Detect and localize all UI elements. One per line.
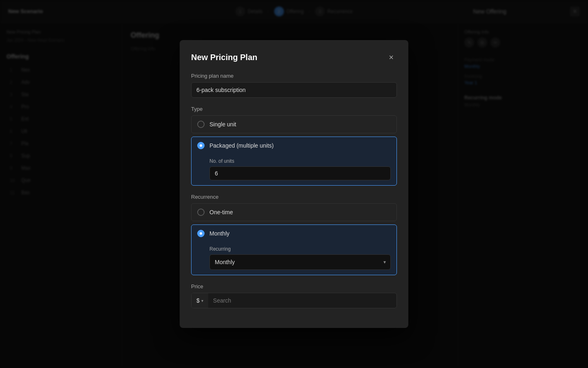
currency-chevron-icon: ▾ [201, 298, 203, 303]
type-packaged-row: Packaged (multiple units) [197, 142, 391, 149]
price-search-input[interactable] [208, 293, 396, 308]
no-of-units-field: No. of units [209, 158, 391, 180]
modal-backdrop: New Pricing Plan × Pricing plan name Typ… [0, 0, 588, 368]
recurring-dropdown-field: Recurring Monthly Quarterly Annually ▾ [209, 246, 391, 270]
type-section: Type Single unit Packaged (multiple unit… [191, 106, 397, 186]
recurrence-one-time-option[interactable]: One-time [191, 203, 397, 221]
recurrence-monthly-option[interactable]: Monthly Recurring Monthly Quarterly Annu… [191, 224, 397, 275]
currency-selector-button[interactable]: $ ▾ [192, 293, 208, 308]
type-label: Type [191, 106, 397, 112]
modal-close-button[interactable]: × [385, 52, 397, 63]
modal-title: New Pricing Plan [191, 53, 257, 62]
modal-header: New Pricing Plan × [191, 52, 397, 63]
no-of-units-input[interactable] [209, 166, 391, 180]
recurrence-monthly-row: Monthly [197, 230, 391, 237]
type-packaged-option[interactable]: Packaged (multiple units) No. of units [191, 137, 397, 186]
recurring-select-wrapper: Monthly Quarterly Annually ▾ [209, 254, 391, 270]
currency-symbol: $ [196, 297, 200, 304]
price-section: Price $ ▾ [191, 283, 397, 308]
type-packaged-label: Packaged (multiple units) [209, 142, 274, 149]
recurring-select[interactable]: Monthly Quarterly Annually [209, 254, 391, 270]
type-single-unit-radio [197, 121, 205, 128]
type-packaged-radio [197, 142, 205, 149]
pricing-plan-name-label: Pricing plan name [191, 73, 397, 79]
recurring-dropdown-label: Recurring [209, 246, 391, 252]
type-single-unit-label: Single unit [209, 121, 236, 128]
recurrence-monthly-radio [197, 230, 205, 237]
pricing-plan-name-input[interactable] [191, 82, 397, 98]
no-of-units-label: No. of units [209, 158, 391, 164]
type-single-unit-option[interactable]: Single unit [191, 115, 397, 133]
recurrence-one-time-radio [197, 209, 205, 216]
pricing-plan-name-section: Pricing plan name [191, 73, 397, 98]
recurrence-one-time-label: One-time [209, 209, 233, 215]
recurrence-label: Recurrence [191, 194, 397, 200]
new-pricing-plan-modal: New Pricing Plan × Pricing plan name Typ… [180, 40, 408, 328]
recurrence-monthly-label: Monthly [209, 230, 229, 237]
recurrence-section: Recurrence One-time Monthly Recurring Mo… [191, 194, 397, 275]
price-input-row: $ ▾ [191, 293, 397, 308]
price-label: Price [191, 283, 397, 289]
